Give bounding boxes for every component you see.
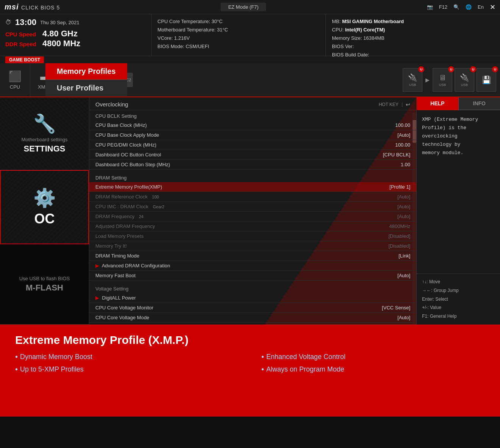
- usb-device-1[interactable]: U 🔌 USB: [403, 68, 422, 92]
- usb-label-2: USB: [439, 83, 446, 87]
- memory-profiles-tab[interactable]: Memory Profiles: [45, 63, 127, 80]
- cpu-speed-label: CPU Speed: [5, 31, 39, 37]
- setting-cpu-volt-mon[interactable]: CPU Core Voltage Monitor [VCC Sense]: [89, 303, 416, 313]
- status-left: ⏱ 13:00 Thu 30 Sep, 2021 CPU Speed 4.80 …: [0, 14, 151, 56]
- settings-top-label: Motherboard settings: [21, 137, 67, 142]
- right-panel: HELP INFO XMP (Extreme Memory Profile) i…: [417, 97, 500, 325]
- setting-cpu-imc-dram[interactable]: CPU IMC : DRAM Clock Gear2 [Auto]: [89, 202, 416, 212]
- settings-main-label: SETTINGS: [21, 144, 67, 154]
- sidebar-mflash[interactable]: Use USB to flash BIOS M-FLASH: [0, 244, 89, 325]
- oc-icon: ⚙️: [33, 187, 56, 209]
- content-header: Overclocking HOT KEY | ↩: [89, 97, 416, 110]
- feature-4: • Always on Program Mode: [262, 365, 485, 374]
- mb-value: MSI GAMING Motherboard: [342, 19, 404, 24]
- setting-load-mem-presets[interactable]: Load Memory Presets [Disabled]: [89, 231, 416, 241]
- mb-label: MB:: [332, 19, 341, 24]
- feature-label-2: Enhanced Voltage Control: [266, 353, 346, 361]
- mflash-main-label: M-FLASH: [19, 283, 70, 293]
- lang-icon[interactable]: 🌐: [466, 4, 472, 10]
- setting-dram-timing[interactable]: DRAM Timing Mode [Link]: [89, 251, 416, 261]
- undo-button[interactable]: ↩: [406, 101, 410, 108]
- help-content: XMP (Extreme Memory Profile) is the over…: [417, 110, 500, 273]
- mb-info: MB: MSI GAMING Motherboard: [332, 17, 494, 26]
- search-icon[interactable]: 🔍: [453, 4, 460, 10]
- product-name: CLICK BIOS 5: [21, 5, 60, 11]
- mem-info: Memory Size: 16384MB: [332, 34, 494, 42]
- setting-xmp[interactable]: Extreme Memory Profile(XMP) [Profile 1]: [89, 182, 416, 192]
- ez-mode-button[interactable]: EZ Mode (F7): [221, 3, 266, 11]
- setting-cpu-volt-mode[interactable]: CPU Core Voltage Mode [Auto]: [89, 313, 416, 323]
- speed-rows: CPU Speed 4.80 GHz DDR Speed 4800 MHz: [5, 29, 146, 48]
- ctrl-group: →←: Group Jump: [422, 286, 495, 295]
- feature-label-3: Up to 5-XMP Profiles: [20, 365, 84, 373]
- setting-cpu-base-apply[interactable]: CPU Base Clock Apply Mode [Auto]: [89, 130, 416, 140]
- feature-1: • Dynamic Memory Boost: [15, 353, 239, 361]
- mem-value: 16384MB: [363, 35, 385, 41]
- help-line-1: XMP (Extreme Memory: [422, 116, 495, 124]
- setting-mem-fast-boot[interactable]: Memory Fast Boot [Auto]: [89, 271, 416, 281]
- usb-label-1: USB: [409, 83, 416, 87]
- usb-device-4[interactable]: U 💾: [477, 68, 496, 92]
- profiles-dropdown: Memory Profiles User Profiles: [45, 63, 127, 96]
- user-profiles-tab[interactable]: User Profiles: [45, 80, 127, 96]
- usb-icons-area: U 🔌 USB ▶ U 🖥 USB U 🔌 USB U 💾: [399, 63, 500, 97]
- usb-icon-1: 🔌: [408, 73, 417, 82]
- usb-badge-1: U: [418, 66, 424, 72]
- hotkey-row: HOT KEY | ↩: [379, 101, 410, 108]
- time-display: 13:00: [15, 17, 36, 27]
- cpu-value: Intel(R) Core(TM): [345, 27, 385, 33]
- help-line-5: memory module.: [422, 149, 495, 157]
- bullet-4: •: [262, 365, 264, 374]
- cpu-label: CPU:: [332, 27, 344, 33]
- tab-info[interactable]: INFO: [459, 97, 500, 110]
- setting-adv-dram[interactable]: ▶ Advanced DRAM Configuration: [89, 261, 416, 271]
- ddr-speed-row: DDR Speed 4800 MHz: [5, 39, 146, 48]
- status-bar: ⏱ 13:00 Thu 30 Sep, 2021 CPU Speed 4.80 …: [0, 14, 500, 56]
- top-bar-right: 📷 F12 🔍 🌐 En ✕: [427, 3, 495, 11]
- oc-content: ⚙️ OC: [30, 184, 60, 231]
- sidebar-settings[interactable]: 🔧 Motherboard settings SETTINGS: [0, 97, 89, 170]
- bottom-title: Extreme Memory Profile (X.M.P.): [15, 334, 485, 347]
- setting-digitall[interactable]: ▶ DigitALL Power: [89, 293, 416, 303]
- setting-mem-try-it[interactable]: Memory Try It! [Disabled]: [89, 241, 416, 251]
- bullet-2: •: [262, 353, 264, 361]
- setting-dashboard-oc-step[interactable]: Dashboard OC Button Step (MHz) 1.00: [89, 160, 416, 170]
- nav-cpu[interactable]: ⬛ CPU: [0, 63, 30, 97]
- nav-bar: ⬛ CPU ▬▬ XMP Profile 1 2 OC1 OC2 Memory …: [0, 63, 500, 97]
- feature-2: • Enhanced Voltage Control: [262, 353, 485, 361]
- game-boost-tab[interactable]: GAME BOOST: [5, 56, 44, 63]
- nav-cpu-label: CPU: [10, 84, 20, 90]
- mb-temp: Motherboard Temperature: 31°C: [157, 26, 319, 34]
- setting-dashboard-oc-ctrl[interactable]: Dashboard OC Button Control [CPU BCLK]: [89, 150, 416, 160]
- usb-icon-4: 💾: [482, 75, 491, 84]
- setting-cpu-base-clock[interactable]: CPU Base Clock (MHz) 100.00: [89, 120, 416, 130]
- help-line-2: Profile) is the: [422, 124, 495, 132]
- usb-badge-4: U: [492, 66, 498, 72]
- ez-mode-label: EZ Mode (F7): [228, 4, 259, 10]
- section-dram: DRAM Setting: [89, 172, 416, 182]
- f12-label[interactable]: F12: [439, 4, 447, 10]
- usb-badge-3: U: [470, 66, 476, 72]
- wrench-icon: 🔧: [21, 113, 67, 134]
- usb-device-3[interactable]: U 🔌 USB: [455, 68, 474, 92]
- close-button[interactable]: ✕: [490, 3, 495, 11]
- ctrl-move: ↑↓: Move: [422, 278, 495, 286]
- setting-dram-ref-clock[interactable]: DRAM Reference Clock 100 [Auto]: [89, 192, 416, 202]
- ctrl-help: F1: General Help: [422, 312, 495, 321]
- content-title: Overclocking: [95, 101, 128, 108]
- setting-cpu-peg-dmi[interactable]: CPU PEG/DMI Clock (MHz) 100.00: [89, 140, 416, 150]
- ctrl-select: Enter: Select: [422, 295, 495, 304]
- setting-dram-freq[interactable]: DRAM Frequency 24 [Auto]: [89, 212, 416, 222]
- sidebar-oc[interactable]: ⚙️ OC: [0, 170, 89, 244]
- feature-label-1: Dynamic Memory Boost: [20, 353, 92, 361]
- screenshot-icon[interactable]: 📷: [427, 4, 433, 10]
- ddr-speed-label: DDR Speed: [5, 41, 39, 47]
- clock-icon: ⏱: [5, 19, 11, 26]
- left-sidebar: 🔧 Motherboard settings SETTINGS ⚙️ OC Us…: [0, 97, 89, 325]
- mflash-content: Use USB to flash BIOS M-FLASH: [16, 272, 74, 297]
- tab-help[interactable]: HELP: [417, 97, 458, 110]
- bullet-1: •: [15, 353, 18, 361]
- ddr-speed-value: 4800 MHz: [42, 39, 80, 48]
- usb-device-2[interactable]: U 🖥 USB: [433, 68, 452, 92]
- main-area: 🔧 Motherboard settings SETTINGS ⚙️ OC Us…: [0, 97, 500, 325]
